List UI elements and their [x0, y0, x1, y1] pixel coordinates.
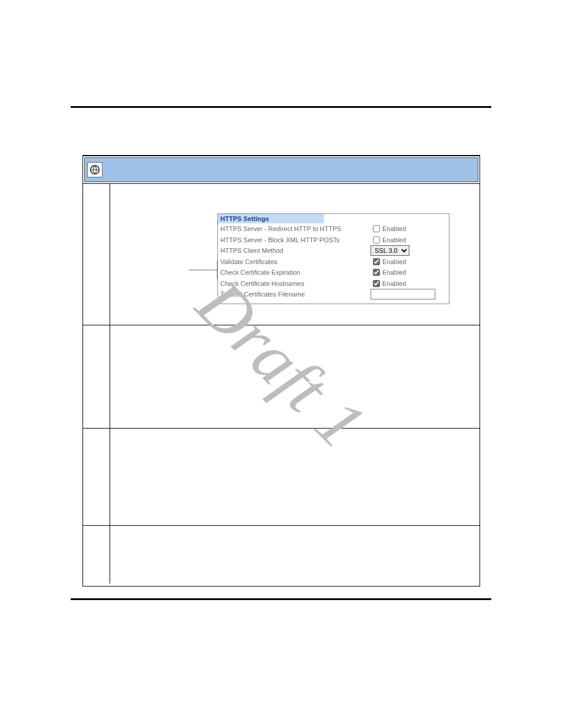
- checkbox-label: Enabled: [382, 280, 406, 287]
- footer-rule: [71, 598, 491, 600]
- row-validate: Validate Certificates Enabled: [218, 256, 449, 268]
- row-label: HTTPS Client Method: [220, 247, 371, 254]
- validate-checkbox[interactable]: [373, 258, 380, 265]
- table-row: [83, 525, 480, 584]
- table-row: HTTPS Settings HTTPS Server - Redirect H…: [83, 183, 480, 325]
- callout-bracket: [189, 261, 219, 284]
- redirect-checkbox[interactable]: [373, 225, 380, 232]
- settings-table: HTTPS Settings HTTPS Server - Redirect H…: [82, 155, 480, 587]
- filename-input[interactable]: [371, 289, 435, 299]
- checkbox-label: Enabled: [382, 236, 406, 243]
- row-client-method: HTTPS Client Method SSL 3.0: [218, 245, 449, 256]
- table-header-row: [84, 157, 478, 182]
- row-redirect: HTTPS Server - Redirect HTTP to HTTPS En…: [218, 223, 449, 235]
- row-filename: Trusted Certificates Filename: [218, 289, 449, 300]
- https-settings-panel: HTTPS Settings HTTPS Server - Redirect H…: [217, 213, 449, 304]
- hostnames-checkbox[interactable]: [373, 280, 380, 287]
- expiration-checkbox[interactable]: [373, 269, 380, 276]
- client-method-select[interactable]: SSL 3.0: [371, 245, 409, 256]
- row-hostnames: Check Certificate Hostnames Enabled: [218, 278, 449, 289]
- row-label: Trusted Certificates Filename: [220, 291, 371, 298]
- header-rule: [71, 106, 491, 108]
- row-label: HTTPS Server - Redirect HTTP to HTTPS: [220, 225, 371, 232]
- row-label: HTTPS Server - Block XML HTTP POSTs: [220, 236, 371, 243]
- table-row: [83, 325, 480, 428]
- row-label: Check Certificate Expiration: [220, 269, 371, 276]
- checkbox-label: Enabled: [382, 225, 406, 232]
- globe-icon: [87, 162, 103, 177]
- block-xml-checkbox[interactable]: [373, 236, 380, 243]
- row-block-xml: HTTPS Server - Block XML HTTP POSTs Enab…: [218, 235, 449, 246]
- table-row: [83, 428, 480, 525]
- row-label: Validate Certificates: [220, 258, 371, 265]
- row-label: Check Certificate Hostnames: [220, 280, 371, 287]
- checkbox-label: Enabled: [382, 269, 406, 276]
- panel-title: HTTPS Settings: [218, 214, 324, 223]
- row-expiration: Check Certificate Expiration Enabled: [218, 267, 449, 278]
- checkbox-label: Enabled: [382, 258, 406, 265]
